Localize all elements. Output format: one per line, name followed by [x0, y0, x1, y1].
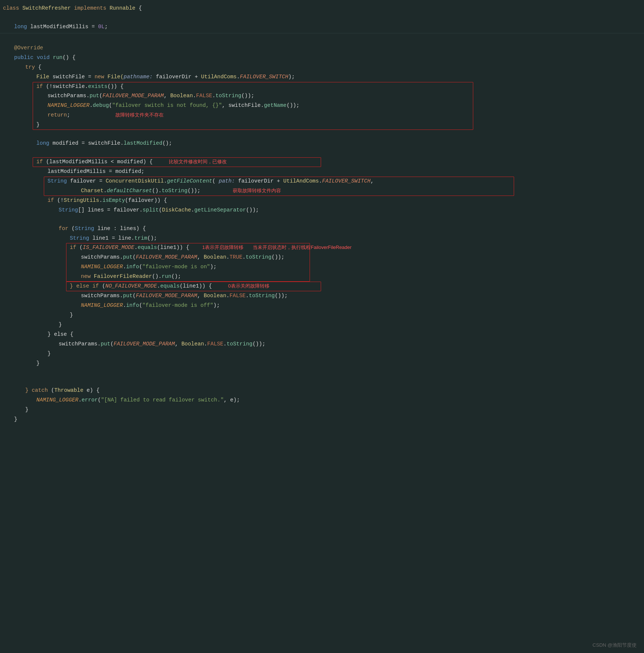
- code-line-if4: if (IS_FAILOVER_MODE.equals(line1)) { 1表…: [0, 243, 644, 253]
- code-line-3: long lastModifiedMillis = 0L;: [0, 22, 644, 32]
- line-content-elseif: } else if (NO_FAILOVER_MODE.equals(line1…: [0, 282, 644, 291]
- code-line-empty6: [0, 377, 644, 386]
- line-content-switchparams1: switchParams.put(FAILOVER_MODE_PARAM, Bo…: [0, 92, 644, 101]
- code-line-1: class SwitchRefresher implements Runnabl…: [0, 4, 644, 13]
- line-content-for: for (String line : lines) {: [0, 224, 644, 233]
- code-line-empty5: [0, 368, 644, 377]
- code-line-failover-reader: new FailoverFileReader().run();: [0, 272, 644, 282]
- red-box-1-container: if (!switchFile.exists()) { switchParams…: [0, 82, 644, 130]
- code-line-elseif: } else if (NO_FAILOVER_MODE.equals(line1…: [0, 282, 644, 291]
- line-content-return: return; 故障转移文件夹不存在: [0, 111, 644, 120]
- code-line-2: [0, 13, 644, 22]
- code-line-empty3: [0, 148, 644, 157]
- line-content-logger1: NAMING_LOGGER.debug("failover switch is …: [0, 101, 644, 110]
- code-line-close-elseif: }: [0, 311, 644, 320]
- line-content-if2: if (lastModifiedMillis < modified) { 比较文…: [0, 158, 644, 167]
- annot-modified: 比较文件修改时间，已修改: [169, 159, 227, 164]
- code-line-sp-false2: switchParams.put(FAILOVER_MODE_PARAM, Bo…: [0, 339, 644, 349]
- annot-1-open: 1表示开启故障转移 当未开启状态时，执行线程FailoverFileReader: [202, 245, 352, 250]
- code-line-empty1: [0, 35, 644, 43]
- code-line-switchparams1: switchParams.put(FAILOVER_MODE_PARAM, Bo…: [0, 91, 644, 101]
- code-line-if1: if (!switchFile.exists()) {: [0, 82, 644, 92]
- line-content-logger3: NAMING_LOGGER.info("failover-mode is off…: [0, 301, 644, 310]
- line-content-sp-true: switchParams.put(FAILOVER_MODE_PARAM, Bo…: [0, 253, 644, 262]
- code-line-lastmod: lastModifiedMillis = modified;: [0, 167, 644, 177]
- code-line-empty2: [0, 130, 644, 139]
- code-line-close-for: }: [0, 320, 644, 330]
- line-content-close-if2: }: [0, 359, 644, 368]
- line-content-if4: if (IS_FAILOVER_MODE.equals(line1)) { 1表…: [0, 243, 644, 252]
- code-line-failover1: String failover = ConcurrentDiskUtil.get…: [0, 177, 644, 186]
- red-box-2-container: if (lastModifiedMillis < modified) { 比较文…: [0, 157, 644, 167]
- code-line-empty4: [0, 215, 644, 224]
- line-content-sp-false: switchParams.put(FAILOVER_MODE_PARAM, Bo…: [0, 292, 644, 301]
- divider-1: [0, 33, 644, 33]
- code-line-return: return; 故障转移文件夹不存在: [0, 111, 644, 120]
- line-content-sp-false2: switchParams.put(FAILOVER_MODE_PARAM, Bo…: [0, 340, 644, 349]
- line-content-modified: long modified = switchFile.lastModified(…: [0, 139, 644, 148]
- code-line-logger2: NAMING_LOGGER.info("failover-mode is on"…: [0, 262, 644, 272]
- code-line-trim: String line1 = line.trim();: [0, 234, 644, 243]
- line-content-failover2: Charset.defaultCharset().toString()); 获取…: [0, 187, 644, 196]
- code-line-failover2: Charset.defaultCharset().toString()); 获取…: [0, 186, 644, 196]
- line-content-3: long lastModifiedMillis = 0L;: [0, 23, 644, 32]
- code-line-close-else: }: [0, 349, 644, 359]
- line-content-close1: }: [0, 121, 644, 129]
- line-content-catch: } catch (Throwable e) {: [0, 386, 644, 395]
- line-content-failover-reader: new FailoverFileReader().run();: [0, 272, 644, 281]
- code-line-else: } else {: [0, 330, 644, 339]
- red-box-3-container: String failover = ConcurrentDiskUtil.get…: [0, 177, 644, 196]
- code-line-try: try {: [0, 63, 644, 72]
- annot-get-content: 获取故障转移文件内容: [233, 188, 281, 193]
- line-content-close-else: }: [0, 350, 644, 358]
- red-box-5-container: } else if (NO_FAILOVER_MODE.equals(line1…: [0, 282, 644, 291]
- code-line-if2: if (lastModifiedMillis < modified) { 比较文…: [0, 157, 644, 167]
- code-line-close-if2: }: [0, 359, 644, 368]
- code-line-override: @Override: [0, 43, 644, 53]
- line-content-error: NAMING_LOGGER.error("[NA] failed to read…: [0, 396, 644, 405]
- code-line-modified: long modified = switchFile.lastModified(…: [0, 139, 644, 148]
- line-content-else: } else {: [0, 330, 644, 339]
- line-content-failover1: String failover = ConcurrentDiskUtil.get…: [0, 177, 644, 186]
- line-content-if3: if (!StringUtils.isEmpty(failover)) {: [0, 196, 644, 205]
- code-line-sp-true: switchParams.put(FAILOVER_MODE_PARAM, Bo…: [0, 253, 644, 262]
- code-line-file: File switchFile = new File(pathname: fai…: [0, 72, 644, 82]
- code-line-for: for (String line : lines) {: [0, 224, 644, 234]
- annot-not-found: 故障转移文件夹不存在: [115, 112, 164, 118]
- line-content-run: public void run() {: [0, 53, 644, 62]
- watermark: CSDN @渔阳节度使: [592, 642, 637, 649]
- line-content-override: @Override: [0, 44, 644, 53]
- code-line-close-run: }: [0, 415, 644, 424]
- code-line-logger1: NAMING_LOGGER.debug("failover switch is …: [0, 101, 644, 111]
- line-content-1: class SwitchRefresher implements Runnabl…: [0, 4, 644, 13]
- line-content-close-run: }: [0, 415, 644, 424]
- code-line-sp-false: switchParams.put(FAILOVER_MODE_PARAM, Bo…: [0, 291, 644, 301]
- code-line-close1: }: [0, 120, 644, 130]
- code-line-split: String[] lines = failover.split(DiskCach…: [0, 206, 644, 215]
- code-line-catch: } catch (Throwable e) {: [0, 386, 644, 396]
- code-line-error: NAMING_LOGGER.error("[NA] failed to read…: [0, 396, 644, 405]
- annot-0-close: 0表示关闭故障转移: [228, 283, 269, 289]
- line-content-close-for: }: [0, 321, 644, 329]
- line-content-file: File switchFile = new File(pathname: fai…: [0, 73, 644, 82]
- line-content-trim: String line1 = line.trim();: [0, 234, 644, 243]
- red-box-4-container: if (IS_FAILOVER_MODE.equals(line1)) { 1表…: [0, 243, 644, 282]
- code-container: class SwitchRefresher implements Runnabl…: [0, 0, 644, 428]
- code-line-run: public void run() {: [0, 53, 644, 63]
- line-content-close-catch: }: [0, 406, 644, 414]
- code-line-logger3: NAMING_LOGGER.info("failover-mode is off…: [0, 301, 644, 311]
- line-content-split: String[] lines = failover.split(DiskCach…: [0, 206, 644, 215]
- line-content-logger2: NAMING_LOGGER.info("failover-mode is on"…: [0, 263, 644, 272]
- line-content-lastmod: lastModifiedMillis = modified;: [0, 167, 644, 176]
- line-content-if1: if (!switchFile.exists()) {: [0, 82, 644, 91]
- line-content-try: try {: [0, 63, 644, 72]
- line-content-close-elseif: }: [0, 311, 644, 320]
- code-line-close-catch: }: [0, 405, 644, 415]
- code-line-if3: if (!StringUtils.isEmpty(failover)) {: [0, 196, 644, 206]
